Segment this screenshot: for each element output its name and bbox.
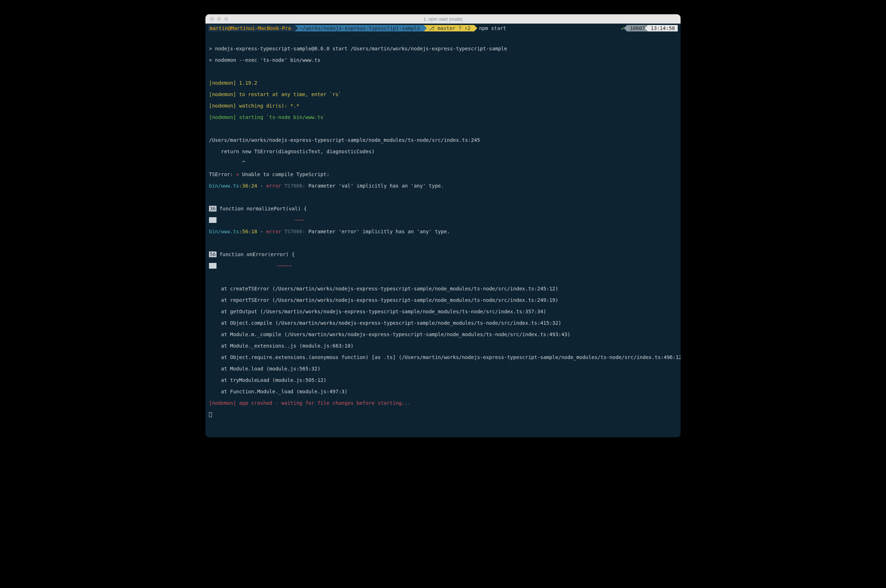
line-number-blank (209, 217, 216, 223)
terminal-window: 1. npm start (node) martin@Martinui-MacB… (205, 14, 681, 437)
output-line: > nodemon --exec 'ts-node' bin/www.ts (209, 57, 677, 63)
git-branch: master ? (437, 25, 461, 32)
prompt-path-segment: ~/works/nodejs-express-typescript-sample (295, 25, 424, 32)
line-number-blank (209, 263, 216, 268)
diag-dash: - (257, 183, 266, 189)
squig-pad (216, 217, 295, 223)
minimize-icon[interactable] (217, 17, 221, 21)
diag-error: error (266, 229, 281, 234)
diag-underline: ~~~ (209, 217, 677, 223)
diag-source-line: 36 function normalizePort(val) { (209, 206, 677, 212)
source-code: function onError(error) { (216, 252, 295, 257)
stack-line: at Module.load (module.js:565:32) (209, 366, 677, 372)
stack-line: at getOutput (/Users/martin/works/nodejs… (209, 309, 677, 314)
zoom-icon[interactable] (224, 17, 228, 21)
terminal-output[interactable]: > nodejs-express-typescript-sample@0.0.0… (205, 32, 681, 437)
line-number: 36 (209, 206, 216, 212)
diag-msg: Parameter 'val' implicitly has an 'any' … (308, 183, 444, 189)
diag-error: error (266, 183, 281, 189)
clock-time: 13:14:58 (648, 25, 678, 32)
error-line: return new TSError(diagnosticText, diagn… (209, 148, 677, 154)
diag-loc: :56:18 (239, 229, 257, 234)
source-code: function normalizePort(val) { (216, 206, 307, 212)
output-line (209, 274, 677, 280)
cursor-icon (209, 412, 212, 417)
output-line: > nodejs-express-typescript-sample@0.0.0… (209, 46, 677, 51)
prompt-path: ~/works/nodejs-express-typescript-sample (300, 25, 420, 32)
diag-source-line: 56 function onError(error) { (209, 252, 677, 257)
squiggle: ~~~ (295, 217, 304, 223)
nodemon-line: [nodemon] to restart at any time, enter … (209, 92, 677, 97)
cursor-line[interactable] (209, 411, 677, 417)
squig-pad (216, 263, 277, 268)
prompt-command: npm start (479, 25, 506, 32)
nodemon-crashed: [nodemon] app crashed - waiting for file… (209, 400, 677, 406)
git-branch-icon: ⎇ (429, 25, 435, 32)
nodemon-line: [nodemon] watching dir(s): *.* (209, 103, 677, 109)
diag-loc: :36:24 (239, 183, 257, 189)
stack-line: at Module.m._compile (/Users/martin/work… (209, 332, 677, 337)
output-line (209, 126, 677, 132)
git-ahead: ↑2 (465, 25, 471, 32)
stack-line: at createTSError (/Users/martin/works/no… (209, 286, 677, 291)
prompt-git-segment: ⎇ master ? ↑2 (424, 25, 474, 32)
stack-line: at Module._extensions..js (module.js:663… (209, 343, 677, 349)
diag-dash: - (257, 229, 266, 234)
line-number: 56 (209, 252, 216, 257)
diag-underline: ~~~~~ (209, 263, 677, 268)
traffic-lights (210, 17, 228, 21)
tserror-prefix: TSError: (209, 171, 236, 177)
output-line (209, 240, 677, 246)
prompt-right: ✔ 10607 13:14:58 (618, 25, 678, 32)
error-caret: ^ (209, 160, 677, 166)
diag-code: TS7006: (281, 183, 308, 189)
prompt-line: martin@Martinui-MacBook-Pro ~/works/node… (205, 24, 681, 32)
squiggle: ~~~~~ (276, 263, 292, 268)
stack-line: at Function.Module._load (module.js:497:… (209, 388, 677, 394)
diag-line: bin/www.ts:56:18 - error TS7006: Paramet… (209, 229, 677, 234)
stack-line: at tryModuleLoad (module.js:505:12) (209, 377, 677, 383)
nodemon-line: [nodemon] 1.19.2 (209, 80, 677, 86)
stack-line: at Object.compile (/Users/martin/works/n… (209, 320, 677, 326)
tserror-line: TSError: ⨯ Unable to compile TypeScript: (209, 171, 677, 177)
titlebar[interactable]: 1. npm start (node) (205, 14, 681, 24)
prompt-user: martin@Martinui-MacBook-Pro (210, 25, 291, 32)
diag-msg: Parameter 'error' implicitly has an 'any… (308, 229, 450, 234)
prompt-user-segment: martin@Martinui-MacBook-Pro (208, 25, 295, 32)
window-title: 1. npm start (node) (209, 16, 677, 22)
diag-file: bin/www.ts (209, 183, 239, 189)
diag-line: bin/www.ts:36:24 - error TS7006: Paramet… (209, 183, 677, 189)
diag-file: bin/www.ts (209, 229, 239, 234)
nodemon-line: [nodemon] starting `ts-node bin/www.ts` (209, 114, 677, 120)
output-line (209, 194, 677, 200)
output-line (209, 69, 677, 74)
tserror-msg: Unable to compile TypeScript: (239, 171, 330, 177)
stack-line: at reportTSError (/Users/martin/works/no… (209, 297, 677, 303)
prompt-command-segment[interactable]: npm start (474, 25, 510, 32)
close-icon[interactable] (210, 17, 214, 21)
error-path: /Users/martin/works/nodejs-express-types… (209, 137, 677, 143)
diag-code: TS7006: (281, 229, 308, 234)
stack-line: at Object.require.extensions.(anonymous … (209, 354, 677, 360)
